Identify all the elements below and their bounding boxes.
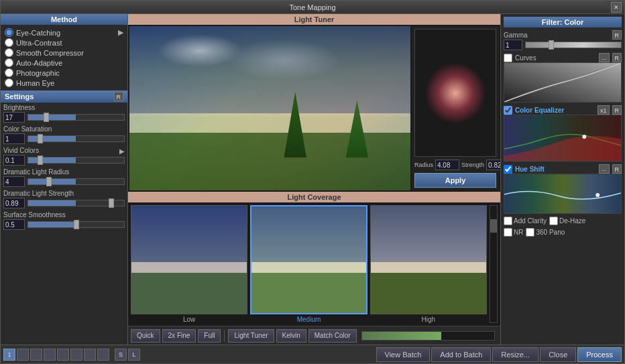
color-eq-label: Color Equalizer <box>515 107 595 114</box>
de-haze-checkbox[interactable] <box>549 217 558 225</box>
method-label-smooth-compressor: Smooth Compressor <box>16 49 84 57</box>
brightness-value[interactable] <box>3 112 25 123</box>
light-tuner-body: Radius Strength Apply <box>128 25 500 192</box>
curves-r-button[interactable]: R <box>612 53 622 62</box>
page-7-button[interactable] <box>84 349 96 361</box>
method-auto-adaptive[interactable]: Auto-Adaptive <box>3 58 125 68</box>
brightness-slider[interactable] <box>27 114 125 121</box>
gamma-slider[interactable] <box>525 42 622 48</box>
gamma-value[interactable] <box>504 40 522 50</box>
match-color-button[interactable]: Match Color <box>308 329 357 343</box>
options-row2: NR 360 Pano <box>504 228 622 237</box>
method-label-ultra-contrast: Ultra-Contrast <box>16 39 62 47</box>
dl-strength-slider[interactable] <box>27 200 125 206</box>
dl-strength-value[interactable] <box>3 198 25 208</box>
method-eye-catching[interactable]: Eye-Catching ▶ <box>3 27 125 38</box>
page-5-button[interactable] <box>57 349 69 361</box>
apply-button[interactable]: Apply <box>414 173 496 188</box>
strength-input[interactable] <box>486 160 500 170</box>
page-1-button[interactable]: 1 <box>3 349 15 361</box>
color-eq-svg <box>504 115 621 162</box>
l-button[interactable]: L <box>128 349 140 361</box>
curves-dots-button[interactable]: ... <box>599 53 610 62</box>
method-smooth-compressor[interactable]: Smooth Compressor <box>3 48 125 58</box>
right-panel: Filter: Color Gamma R Curves ... R <box>500 14 624 345</box>
vivid-row: Vivid Colors ▶ <box>1 145 127 167</box>
color-sat-value[interactable] <box>3 133 25 144</box>
hue-shift-r-button[interactable]: R <box>612 164 622 174</box>
page-2-button[interactable] <box>17 349 29 361</box>
page-4-button[interactable] <box>44 349 56 361</box>
preview-panel: Radius Strength Apply <box>412 26 499 190</box>
fine-button[interactable]: 2x Fine <box>162 329 196 343</box>
vivid-value[interactable] <box>3 155 25 166</box>
hue-shift-section: Hue Shift ... R <box>504 164 622 214</box>
surface-row: Surface Smoothness <box>1 210 127 231</box>
quick-button[interactable]: Quick <box>131 329 160 343</box>
thumb-high-img <box>370 205 487 314</box>
color-sat-slider[interactable] <box>27 135 125 142</box>
add-clarity-option[interactable]: Add Clarity <box>504 217 547 225</box>
page-8-button[interactable] <box>97 349 109 361</box>
color-eq-canvas <box>504 115 622 162</box>
light-tuner-button[interactable]: Light Tuner <box>228 329 274 343</box>
method-human-eye[interactable]: Human Eye <box>3 78 125 88</box>
dl-radius-slider[interactable] <box>27 178 125 185</box>
method-radio-smooth-compressor[interactable] <box>5 48 13 57</box>
page-6-button[interactable] <box>70 349 82 361</box>
progress-fill <box>362 332 441 340</box>
color-eq-x1-button[interactable]: x1 <box>598 105 610 115</box>
kelvin-button[interactable]: Kelvin <box>276 329 306 343</box>
svg-point-3 <box>582 135 586 139</box>
pano-checkbox[interactable] <box>526 228 534 237</box>
thumb-low-img <box>131 205 247 314</box>
thumb-high[interactable]: High <box>370 205 487 323</box>
curves-checkbox[interactable] <box>504 54 512 62</box>
page-3-button[interactable] <box>30 349 42 361</box>
pano-option[interactable]: 360 Pano <box>526 228 565 237</box>
surface-label: Surface Smoothness <box>3 211 125 219</box>
full-button[interactable]: Full <box>198 329 221 343</box>
vivid-slider[interactable] <box>27 157 125 164</box>
view-batch-button[interactable]: View Batch <box>376 347 431 362</box>
method-radio-photographic[interactable] <box>5 68 13 77</box>
thumb-low[interactable]: Low <box>131 205 247 323</box>
dl-strength-row: Dramatic Light Strength <box>1 188 127 210</box>
method-radio-ultra-contrast[interactable] <box>5 38 13 47</box>
close-button[interactable]: Close <box>540 347 576 362</box>
s-button[interactable]: S <box>115 349 127 361</box>
thumb-medium[interactable]: Medium <box>250 205 367 323</box>
hue-shift-dots-button[interactable]: ... <box>599 164 610 174</box>
curves-header-row: Curves ... R <box>504 53 622 62</box>
add-to-batch-button[interactable]: Add to Batch <box>431 347 491 362</box>
color-sat-label: Color Saturation <box>3 125 125 133</box>
close-icon[interactable]: ✕ <box>611 2 622 13</box>
dl-radius-value[interactable] <box>3 176 25 187</box>
add-clarity-checkbox[interactable] <box>504 217 512 225</box>
gamma-section: Gamma R <box>504 30 622 50</box>
radius-input[interactable] <box>435 160 459 170</box>
method-ultra-contrast[interactable]: Ultra-Contrast <box>3 38 125 48</box>
resize-button[interactable]: Resize... <box>492 347 538 362</box>
method-radio-auto-adaptive[interactable] <box>5 58 13 67</box>
settings-r-button[interactable]: R <box>114 92 124 101</box>
radius-strength-row: Radius Strength <box>414 160 496 170</box>
surface-slider[interactable] <box>27 221 125 228</box>
nr-option[interactable]: NR <box>504 228 523 237</box>
scene-image <box>129 26 410 190</box>
gamma-r-button[interactable]: R <box>612 30 622 40</box>
method-radio-human-eye[interactable] <box>5 78 13 87</box>
titlebar: Tone Mapping ✕ <box>1 1 624 14</box>
method-list: Eye-Catching ▶ Ultra-Contrast Smooth Com… <box>1 25 127 90</box>
nr-checkbox[interactable] <box>504 228 512 237</box>
color-eq-r-button[interactable]: R <box>612 105 622 115</box>
de-haze-option[interactable]: De-Haze <box>549 217 585 225</box>
lc-scrollbar[interactable] <box>490 205 498 323</box>
method-radio-eye-catching[interactable] <box>5 28 13 37</box>
process-button[interactable]: Process <box>577 347 622 362</box>
surface-value[interactable] <box>3 219 25 230</box>
hue-shift-checkbox[interactable] <box>504 165 512 174</box>
color-eq-checkbox[interactable] <box>504 106 512 115</box>
footer: 1 S L View Batch Add to Batch Resize... … <box>1 345 624 363</box>
method-photographic[interactable]: Photographic <box>3 68 125 78</box>
